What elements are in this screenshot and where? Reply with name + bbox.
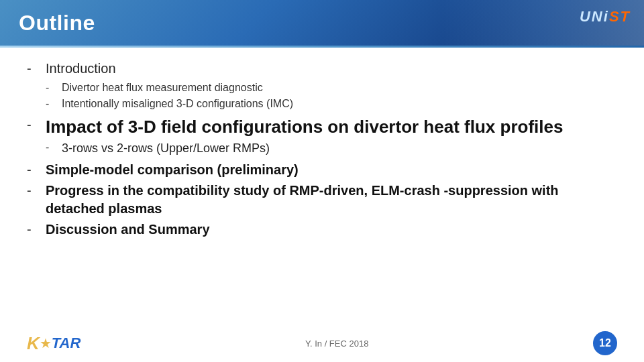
list-item: - Divertor heat flux measurement diagnos…	[46, 80, 617, 95]
sub-bullet: -	[46, 98, 62, 110]
slide-footer: K ★ TAR Y. In / FEC 2018 12	[0, 331, 644, 355]
list-item: - Impact of 3-D field configurations on …	[27, 116, 617, 138]
item-discussion: Discussion and Summary	[46, 221, 210, 239]
bullet-dash: -	[27, 222, 46, 237]
item-introduction: Introduction	[46, 60, 116, 78]
slide-header: Outline UNiST	[0, 0, 644, 46]
list-item: - Progress in the compatibility study of…	[27, 182, 617, 218]
footer-credit: Y. In / FEC 2018	[80, 339, 593, 349]
item-simple-model: Simple-model comparison (preliminary)	[46, 161, 299, 179]
unist-logo: UNiST	[580, 8, 631, 25]
sub-items-impact: - 3-rows vs 2-rows (Upper/Lower RMPs)	[27, 140, 617, 158]
sub-item-rmps: 3-rows vs 2-rows (Upper/Lower RMPs)	[62, 140, 270, 157]
kstar-k-letter: K	[27, 333, 40, 354]
bullet-dash: -	[27, 61, 46, 76]
list-item: - Intentionally misaligned 3-D configura…	[46, 97, 617, 111]
unist-uni: UNi	[580, 8, 609, 25]
bullet-dash: -	[27, 162, 46, 178]
list-item: - Introduction	[27, 60, 617, 78]
item-progress: Progress in the compatibility study of R…	[46, 182, 617, 218]
item-impact: Impact of 3-D field configurations on di…	[46, 116, 563, 138]
list-item: - Discussion and Summary	[27, 221, 617, 239]
sub-bullet: -	[46, 141, 62, 154]
kstar-logo: K ★ TAR	[27, 333, 80, 354]
slide-title: Outline	[19, 11, 95, 36]
unist-st: ST	[609, 8, 631, 25]
unist-logo-text: UNiST	[580, 8, 631, 25]
page-number: 12	[593, 331, 617, 355]
kstar-star-symbol: ★	[40, 335, 52, 351]
slide-content: - Introduction - Divertor heat flux meas…	[0, 48, 644, 248]
sub-item-divertor: Divertor heat flux measurement diagnosti…	[62, 80, 263, 95]
list-item: - 3-rows vs 2-rows (Upper/Lower RMPs)	[46, 140, 617, 157]
sub-item-imc: Intentionally misaligned 3-D configurati…	[62, 97, 293, 111]
kstar-rest-text: TAR	[52, 335, 81, 352]
sub-bullet: -	[46, 82, 62, 94]
list-item: - Simple-model comparison (preliminary)	[27, 161, 617, 179]
bullet-dash: -	[27, 117, 46, 133]
bullet-dash: -	[27, 183, 46, 198]
sub-items-introduction: - Divertor heat flux measurement diagnos…	[27, 80, 617, 113]
